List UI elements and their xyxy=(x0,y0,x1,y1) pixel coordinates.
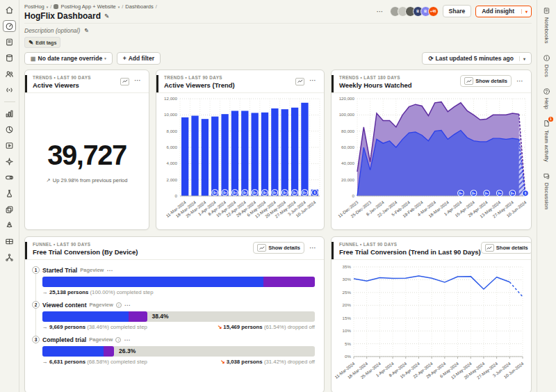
notebooks-icon[interactable] xyxy=(3,36,16,48)
add-insight-caret[interactable]: ▾ xyxy=(521,9,531,14)
rail-docs[interactable]: Docs xyxy=(543,54,550,77)
card-title: Free Trial Conversion (Trend in Last 90 … xyxy=(339,248,481,256)
funnel-bar-colored xyxy=(42,311,147,322)
completed-count: 6,631 persons xyxy=(49,359,85,365)
persons-icon[interactable] xyxy=(3,68,16,80)
edit-tags-label: Edit tags xyxy=(35,40,56,46)
data-management-icon[interactable] xyxy=(3,52,16,64)
ai-assistant-icon[interactable] xyxy=(3,156,16,168)
refresh-caret[interactable]: ▾ xyxy=(519,56,525,61)
add-filter-button[interactable]: + Add filter xyxy=(117,52,161,65)
card-menu-button[interactable]: ⋯ xyxy=(308,244,318,252)
session-replay-icon[interactable] xyxy=(3,140,16,152)
open-insight-button[interactable] xyxy=(295,75,304,85)
card-active-viewers: TRENDS • LAST 90 DAYS Active Viewers ⋯ 3… xyxy=(24,70,149,230)
help-icon xyxy=(543,88,550,95)
early-access-icon[interactable] xyxy=(3,220,16,231)
completed-count: 25,138 persons xyxy=(49,289,88,295)
product-analytics-icon[interactable] xyxy=(3,108,16,120)
share-button[interactable]: Share xyxy=(443,5,472,17)
dashboard-description[interactable]: Description (optional) xyxy=(24,27,80,34)
breadcrumb-org[interactable]: PostHog xyxy=(24,3,44,10)
add-insight-button[interactable]: Add insight ▾ xyxy=(475,6,532,17)
rail-team-activity[interactable]: 1 Team activity xyxy=(543,120,550,162)
date-range-override-button[interactable]: ▦ No date range override ▾ xyxy=(24,52,113,65)
step-menu-button[interactable]: ⋯ xyxy=(124,302,131,309)
show-details-button[interactable]: Show details xyxy=(481,242,532,254)
step-menu-button[interactable]: ⋯ xyxy=(124,336,131,343)
chevron-down-icon[interactable]: ▾ xyxy=(47,5,49,9)
avatar-overflow-count[interactable]: +46 xyxy=(428,6,439,17)
breadcrumb-project[interactable]: PostHog App + Website xyxy=(60,3,115,10)
data-warehouse-icon[interactable] xyxy=(3,236,16,247)
card-menu-button[interactable]: ⋯ xyxy=(308,76,318,84)
svg-text:6,000: 6,000 xyxy=(167,145,178,149)
show-details-button[interactable]: Show details xyxy=(253,242,304,254)
svg-text:12,000: 12,000 xyxy=(164,96,177,101)
funnel-bar[interactable] xyxy=(42,277,315,287)
funnel-bar[interactable]: 38.4% xyxy=(42,311,315,322)
main-content: PostHog ▾ / PostHog App + Website ▾ / Da… xyxy=(19,0,537,392)
funnel-step: 3 Completed trial Pageview i ⋯ 26.3% → 6… xyxy=(32,336,315,365)
svg-text:9+: 9+ xyxy=(213,191,218,195)
svg-text:9+: 9+ xyxy=(459,192,463,195)
funnel-bar-blue xyxy=(42,311,129,322)
delta-text: Up 29.98% from previous period xyxy=(53,177,128,183)
chevron-down-icon: ▾ xyxy=(104,56,106,60)
show-details-button[interactable]: Show details xyxy=(460,75,512,87)
experiments-icon[interactable] xyxy=(3,188,16,199)
svg-text:60,000: 60,000 xyxy=(341,145,354,149)
edit-description-icon[interactable]: ✎ xyxy=(83,27,88,34)
dashboards-icon[interactable] xyxy=(3,20,16,32)
funnel-bar-purple xyxy=(129,311,147,322)
activity-icon[interactable] xyxy=(3,84,16,96)
surveys-icon[interactable] xyxy=(3,204,16,215)
funnel-trend-chart[interactable]: 0%5%10%15%20%25%30%35%11-Mar-202418-Mar-… xyxy=(332,260,531,392)
completed-arrow-icon: → xyxy=(42,289,48,295)
svg-text:10,000: 10,000 xyxy=(164,112,177,117)
funnel-bar[interactable]: 26.3% xyxy=(42,346,315,357)
calendar-icon: ▦ xyxy=(31,56,36,62)
app-window: PostHog ▾ / PostHog App + Website ▾ / Da… xyxy=(0,0,556,392)
rail-help[interactable]: Help xyxy=(543,88,550,109)
last-updated-button[interactable]: ⟳ Last updated 5 minutes ago ▾ xyxy=(422,52,532,65)
show-details-label: Show details xyxy=(268,245,300,251)
card-menu-button[interactable]: ⋯ xyxy=(133,76,143,84)
collaborator-avatars[interactable]: B B +46 xyxy=(390,6,439,17)
topbar: PostHog ▾ / PostHog App + Website ▾ / Da… xyxy=(24,3,532,24)
step-label: Completed trial xyxy=(42,336,86,343)
dashboard-more-button[interactable]: ⋯ xyxy=(375,8,386,15)
rail-discussion[interactable]: Discussion xyxy=(543,172,550,209)
svg-text:9+: 9+ xyxy=(511,192,515,195)
open-insight-button[interactable] xyxy=(120,75,129,85)
edit-title-icon[interactable]: ✎ xyxy=(104,13,109,19)
rail-notebooks[interactable]: Notebooks xyxy=(543,7,550,44)
weekly-hours-chart[interactable]: 020,00040,00060,00080,000100,000120,0009… xyxy=(332,93,531,229)
funnel-step: 2 Viewed content Pageview i ⋯ 38.4% → 9,… xyxy=(32,301,315,330)
card-caption: TRENDS • LAST 180 DAYS xyxy=(339,75,412,80)
date-range-label: No date range override xyxy=(38,55,103,62)
home-icon[interactable] xyxy=(3,4,16,16)
pipeline-icon[interactable] xyxy=(3,252,16,263)
info-icon[interactable]: i xyxy=(116,302,122,308)
conversion-rate-label: 26.3% xyxy=(119,346,136,357)
svg-text:40,000: 40,000 xyxy=(341,161,354,165)
funnel-steps: 1 Started Trial Pageview i ⋯ → 25,138 pe… xyxy=(32,266,315,365)
breadcrumb-dashboards[interactable]: Dashboards xyxy=(125,3,153,10)
completed-count: 9,669 persons xyxy=(49,324,85,330)
svg-text:9+: 9+ xyxy=(498,192,502,195)
step-menu-button[interactable]: ⋯ xyxy=(106,267,113,274)
project-icon xyxy=(54,4,58,9)
active-viewers-value: 39,727 xyxy=(47,140,126,171)
edit-tags-button[interactable]: ✎ Edit tags xyxy=(24,37,60,48)
card-menu-button[interactable]: ⋯ xyxy=(515,77,525,85)
active-viewers-trend-chart[interactable]: 02,0004,0006,0008,00010,00012,0009+9+9+9… xyxy=(156,93,324,229)
rail-label: Team activity xyxy=(543,130,550,162)
insight-icon xyxy=(464,77,473,85)
feature-flags-icon[interactable] xyxy=(3,172,16,183)
svg-text:35%: 35% xyxy=(343,264,352,269)
svg-text:2,000: 2,000 xyxy=(167,177,178,182)
chevron-down-icon[interactable]: ▾ xyxy=(118,5,120,9)
info-icon[interactable]: i xyxy=(115,337,121,343)
web-analytics-icon[interactable] xyxy=(3,124,16,136)
